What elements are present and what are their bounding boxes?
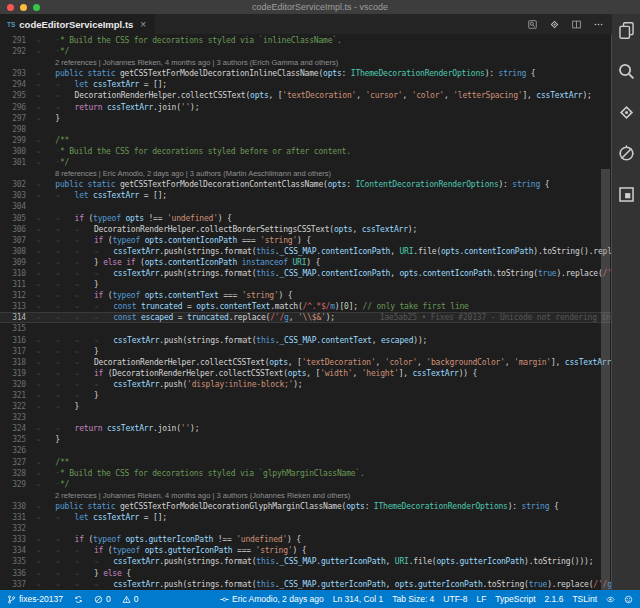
- gitlens-icon[interactable]: [617, 103, 636, 122]
- line-number[interactable]: 315: [0, 323, 36, 334]
- editor-scrollbar[interactable]: [601, 169, 610, 590]
- line-number[interactable]: 334: [0, 545, 36, 556]
- code-line[interactable]: 337→→→→cssTextArr.push(strings.format(th…: [0, 579, 611, 590]
- code-line[interactable]: 332: [0, 523, 611, 534]
- codelens-text[interactable]: 8 references | Eric Amodio, 2 days ago |…: [36, 168, 611, 179]
- code-line[interactable]: 297→}: [0, 113, 611, 124]
- code-editor[interactable]: 291→·* Build the CSS for decorations sty…: [0, 34, 612, 590]
- line-number[interactable]: 321: [0, 390, 36, 401]
- line-number[interactable]: 298: [0, 124, 36, 135]
- code-line[interactable]: 335→→→→cssTextArr.push(strings.format(th…: [0, 556, 611, 567]
- code-line[interactable]: 326: [0, 445, 611, 456]
- code-line[interactable]: 329→·*/: [0, 479, 611, 490]
- line-number[interactable]: 322: [0, 401, 36, 412]
- status-item-tab-size-4[interactable]: Tab Size: 4: [392, 594, 434, 604]
- code-line[interactable]: 303→→let cssTextArr = [];: [0, 190, 611, 201]
- files-icon[interactable]: [617, 21, 636, 40]
- line-number[interactable]: 308: [0, 246, 36, 257]
- code-line[interactable]: 294→→let cssTextArr = [];: [0, 79, 611, 90]
- code-line[interactable]: 315: [0, 323, 611, 334]
- more-actions-icon[interactable]: [593, 19, 604, 30]
- line-number[interactable]: 297: [0, 113, 36, 124]
- status-item-fixes-20137[interactable]: fixes-20137: [7, 594, 63, 604]
- line-number[interactable]: 316: [0, 335, 36, 346]
- code-line[interactable]: 312→→→if (typeof opts.contentText === 's…: [0, 290, 611, 301]
- code-line[interactable]: 324→→return cssTextArr.join('');: [0, 423, 611, 434]
- line-number[interactable]: 291: [0, 35, 36, 46]
- line-number[interactable]: 327: [0, 457, 36, 468]
- code-line[interactable]: 333→→if (typeof opts.gutterIconPath !== …: [0, 534, 611, 545]
- code-line[interactable]: 330→public static getCSSTextForModelDeco…: [0, 501, 611, 512]
- line-number[interactable]: 323: [0, 412, 36, 423]
- code-line[interactable]: 306→→→DecorationRenderHelper.collectBord…: [0, 224, 611, 235]
- code-line[interactable]: 292→·*/: [0, 46, 611, 57]
- code-line[interactable]: 309→→→} else if (opts.contentIconPath in…: [0, 257, 611, 268]
- code-line[interactable]: 328→·* Build the CSS for decorations sty…: [0, 468, 611, 479]
- line-number[interactable]: 332: [0, 523, 36, 534]
- status-item-eye[interactable]: [606, 595, 615, 604]
- line-number[interactable]: [0, 57, 36, 68]
- line-number[interactable]: 292: [0, 46, 36, 57]
- code-line[interactable]: 301→·*/: [0, 157, 611, 168]
- codelens-line[interactable]: 8 references | Eric Amodio, 2 days ago |…: [0, 168, 611, 179]
- code-line[interactable]: 313→→→→const truncated = opts.contentTex…: [0, 301, 611, 312]
- code-line[interactable]: 323: [0, 412, 611, 423]
- code-line[interactable]: 302→public static getCSSTextForModelDeco…: [0, 179, 611, 190]
- code-line[interactable]: 318→→→DecorationRenderHelper.collectCSST…: [0, 357, 611, 368]
- code-line[interactable]: 291→·* Build the CSS for decorations sty…: [0, 35, 611, 46]
- line-number[interactable]: 295: [0, 90, 36, 101]
- line-number[interactable]: 325: [0, 434, 36, 445]
- status-item-0[interactable]: 0: [94, 594, 111, 604]
- extensions-icon[interactable]: [617, 185, 636, 204]
- code-line[interactable]: 321→→→}: [0, 390, 611, 401]
- status-item-tslint[interactable]: TSLint: [572, 594, 597, 604]
- status-item-2-1-6[interactable]: 2.1.6: [545, 594, 564, 604]
- line-number[interactable]: 326: [0, 445, 36, 456]
- codelens-text[interactable]: 2 references | Johannes Rieken, 4 months…: [36, 57, 611, 68]
- status-item-smiley[interactable]: [624, 595, 633, 604]
- line-number[interactable]: 304: [0, 201, 36, 212]
- codelens-line[interactable]: 2 references | Johannes Rieken, 4 months…: [0, 57, 611, 68]
- code-line[interactable]: 295→→DecorationRenderHelper.collectCSSTe…: [0, 90, 611, 101]
- line-number[interactable]: 329: [0, 479, 36, 490]
- code-line[interactable]: 317→→→}: [0, 346, 611, 357]
- code-line[interactable]: 316→→→→cssTextArr.push(strings.format(th…: [0, 335, 611, 346]
- code-line[interactable]: 299→/**: [0, 135, 611, 146]
- line-number[interactable]: 302: [0, 179, 36, 190]
- code-line[interactable]: 296→→return cssTextArr.join('');: [0, 102, 611, 113]
- line-number[interactable]: 336: [0, 568, 36, 579]
- split-editor-icon[interactable]: [571, 19, 582, 30]
- line-number[interactable]: 301: [0, 157, 36, 168]
- code-line[interactable]: 320→→→→cssTextArr.push('display:inline-b…: [0, 379, 611, 390]
- code-line[interactable]: 304: [0, 201, 611, 212]
- code-line[interactable]: 298: [0, 124, 611, 135]
- codelens-text[interactable]: 2 references | Johannes Rieken, 4 months…: [36, 490, 611, 501]
- line-number[interactable]: 319: [0, 368, 36, 379]
- line-number[interactable]: 337: [0, 579, 36, 590]
- code-line[interactable]: 308→→→→cssTextArr.push(strings.format(th…: [0, 246, 611, 257]
- code-line[interactable]: 334→→→if (typeof opts.gutterIconPath ===…: [0, 545, 611, 556]
- code-line[interactable]: 307→→→if (typeof opts.contentIconPath ==…: [0, 235, 611, 246]
- code-line[interactable]: 310→→→→cssTextArr.push(strings.format(th…: [0, 268, 611, 279]
- line-number[interactable]: 330: [0, 501, 36, 512]
- line-number[interactable]: 314: [0, 312, 36, 323]
- line-number[interactable]: 320: [0, 379, 36, 390]
- code-line[interactable]: 331→→let cssTextArr = [];: [0, 512, 611, 523]
- status-item-typescript[interactable]: TypeScript: [495, 594, 535, 604]
- status-item-utf-8[interactable]: UTF-8: [443, 594, 467, 604]
- line-number[interactable]: 296: [0, 102, 36, 113]
- code-line[interactable]: 322→→}: [0, 401, 611, 412]
- code-line[interactable]: 305→→if (typeof opts !== 'undefined') {: [0, 213, 611, 224]
- line-number[interactable]: 331: [0, 512, 36, 523]
- status-item-eric-amodio-2-days-ago[interactable]: Eric Amodio, 2 days ago: [220, 594, 324, 604]
- code-line[interactable]: 300→·* Build the CSS for decorations sty…: [0, 146, 611, 157]
- line-number[interactable]: 299: [0, 135, 36, 146]
- status-item-sync[interactable]: [74, 595, 83, 604]
- open-preview-icon[interactable]: [527, 19, 538, 30]
- status-item-lf[interactable]: LF: [476, 594, 486, 604]
- line-number[interactable]: 335: [0, 556, 36, 567]
- line-number[interactable]: [0, 168, 36, 179]
- tab-codeeditorserviceimpl[interactable]: TS codeEditorServiceImpl.ts ×: [0, 14, 155, 34]
- gitlens-icon[interactable]: [549, 19, 560, 30]
- search-icon[interactable]: [617, 62, 636, 81]
